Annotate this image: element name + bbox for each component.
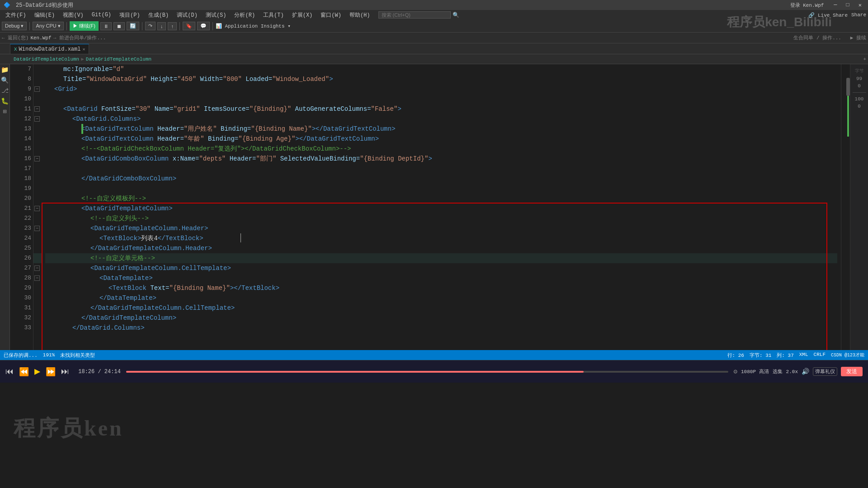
player-skip-next[interactable]: ⏭ [61,367,69,376]
sidebar-extensions-icon[interactable]: ⊞ [3,108,6,115]
close-btn[interactable]: ✕ [856,2,864,9]
fold-line21[interactable]: − [34,206,40,211]
status-zoom: 191% [43,352,55,358]
window-controls[interactable]: 登录 Ken.Wpf ─ □ ✕ [790,2,864,9]
info-value-1: 99 [856,76,862,81]
code-line-19 [45,184,837,194]
tab-label: WindowDataGrid.xaml [19,46,81,52]
menu-debug[interactable]: 调试(D) [173,10,201,20]
search-input[interactable] [378,11,451,19]
run-btn[interactable]: ▶ 继续(F) [70,21,99,31]
code-line-18: </DataGridComboBoxColumn> [45,174,837,184]
change-indicator [847,91,849,137]
fold-line16[interactable]: − [34,156,40,161]
fold-line12[interactable]: − [34,116,40,122]
code-line-33: </DataGrid.Columns> [45,323,837,333]
live-share-btn[interactable]: 🔗 Live Share [808,12,848,18]
toolbar2: ← 返回(您) Ken.Wpf → 前进合同单/操作... 生合同单 / 操作.… [0,33,868,43]
send-btn[interactable]: 发送 [841,367,863,376]
status-col-alt: 列: 37 [777,352,793,359]
code-line-8: Title="WindowDataGrid" Height="450" Widt… [45,74,837,84]
menu-project[interactable]: 项目(P) [116,10,144,20]
sidebar-debug-icon[interactable]: 🐛 [1,97,9,105]
scrollbar-thumb[interactable] [846,78,850,96]
menu-tools[interactable]: 工具(T) [259,10,288,20]
menu-analyze[interactable]: 分析(R) [231,10,259,20]
step-into[interactable]: ↓ [157,22,166,30]
bookmark-btn[interactable]: 🔖 [183,22,195,30]
player-play[interactable]: ▶ [34,365,40,378]
menu-git[interactable]: Git(G) [88,11,115,19]
menu-window[interactable]: 窗口(W) [317,10,345,20]
breadcrumb-right[interactable]: DataGridTemplateColumn [86,57,151,62]
breadcrumb-add[interactable]: + [863,57,866,62]
status-right: 行: 26 字节: 31 列: 37 XML CRLF CSDN @123才能 [727,352,864,359]
tab-windowdatagrid[interactable]: X WindowDataGrid.xaml ✕ [10,44,89,54]
menu-help[interactable]: 帮助(H) [346,10,374,20]
fold-line9[interactable]: − [34,86,40,92]
player-forward[interactable]: ⏩ [46,367,56,377]
toolbar: Debug ▾ Any CPU ▾ ▶ 继续(F) ⏸ ⏹ 🔄 ↷ ↓ ↑ 🔖 … [0,20,868,33]
player-skip-back[interactable]: ⏮ [5,367,14,376]
fold-line23[interactable]: − [34,226,40,231]
separator-1 [29,22,30,30]
fold-line28[interactable]: − [34,275,40,281]
breadcrumb-bar: DataGridTemplateColumn ▶ DataGridTemplat… [0,54,868,64]
pause-btn[interactable]: ⏸ [100,22,112,30]
player-select[interactable]: 选集 [773,368,783,375]
menu-file[interactable]: 文件(F) [2,10,30,20]
comment-btn[interactable]: 💬 [197,22,210,30]
progress-bar[interactable] [126,371,728,373]
debug-dropdown[interactable]: Debug ▾ [2,22,27,30]
code-line-17 [45,164,837,174]
code-line-7: mc:Ignorable="d" [45,64,837,74]
menu-edit[interactable]: 编辑(E) [31,10,59,20]
menu-view[interactable]: 视图(V) [59,10,87,20]
menu-bar: 文件(F) 编辑(E) 视图(V) Git(G) 项目(P) 生成(B) 调试(… [0,10,868,20]
status-line-ending: CRLF [814,352,826,359]
code-editor[interactable]: mc:Ignorable="d" Title="WindowDataGrid" … [42,64,841,350]
code-line-13: <DataGridTextColumn Header="用户姓名" Bindin… [45,124,837,134]
info-label-1: 字节 [855,68,864,74]
danmu-btn[interactable]: 弹幕礼仪 [813,367,837,376]
minimize-btn[interactable]: ─ [831,2,840,9]
player-settings-icon[interactable]: ⚙ [734,368,737,375]
tab-icon: X [14,47,17,52]
step-over[interactable]: ↷ [145,22,156,30]
stop-btn[interactable]: ⏹ [113,22,125,30]
code-line-26: <!--自定义单元格--> [45,253,837,263]
player-speed[interactable]: 2.0x [786,369,798,374]
user-login[interactable]: 登录 Ken.Wpf [790,2,824,9]
menu-test[interactable]: 测试(S) [202,10,230,20]
fold-line11[interactable]: − [34,106,40,112]
status-bar: 已保存的调... 191% 未找到相关类型 行: 26 字节: 31 列: 37… [0,350,868,360]
sidebar-search-icon[interactable]: 🔍 [1,76,9,84]
menu-extensions[interactable]: 扩展(X) [288,10,316,20]
code-line-28: <DataTemplate> [45,273,837,283]
application-insights-btn[interactable]: 📊 Application Insights ▾ [216,23,291,29]
info-value-2: 0 [858,83,861,89]
restart-btn[interactable]: 🔄 [127,22,139,30]
player-right-controls: ⚙ 1080P 高清 选集 2.0x 🔊 弹幕礼仪 发送 [734,367,863,376]
cpu-dropdown[interactable]: Any CPU ▾ [33,22,63,30]
title-bar-left: 🔷 25-DataGrid初步使用 [4,1,73,9]
player-resolution[interactable]: 1080P 高清 [741,368,769,375]
fold-line27[interactable]: − [34,265,40,271]
sidebar-git-icon[interactable]: ⎇ [1,87,9,95]
breadcrumb-left[interactable]: DataGridTemplateColumn [14,57,79,62]
menu-build[interactable]: 生成(B) [145,10,173,20]
maximize-btn[interactable]: □ [844,2,852,9]
sidebar-explorer-icon[interactable]: 📁 [1,66,9,74]
vertical-scrollbar[interactable] [841,64,850,350]
code-line-20: <!--自定义模板列--> [45,194,837,204]
share-btn[interactable]: Share [851,12,866,18]
code-line-10 [45,94,837,104]
player-volume-icon[interactable]: 🔊 [802,368,809,375]
player-rewind[interactable]: ⏪ [19,367,29,377]
status-col: 字节: 31 [750,352,771,359]
status-row: 行: 26 [727,352,744,359]
search-icon[interactable]: 🔍 [453,12,459,19]
code-line-15: <!--<DataGridCheckBoxColumn Header="复选列"… [45,144,837,154]
step-out[interactable]: ↑ [168,22,177,30]
tab-close-btn[interactable]: ✕ [82,47,85,52]
